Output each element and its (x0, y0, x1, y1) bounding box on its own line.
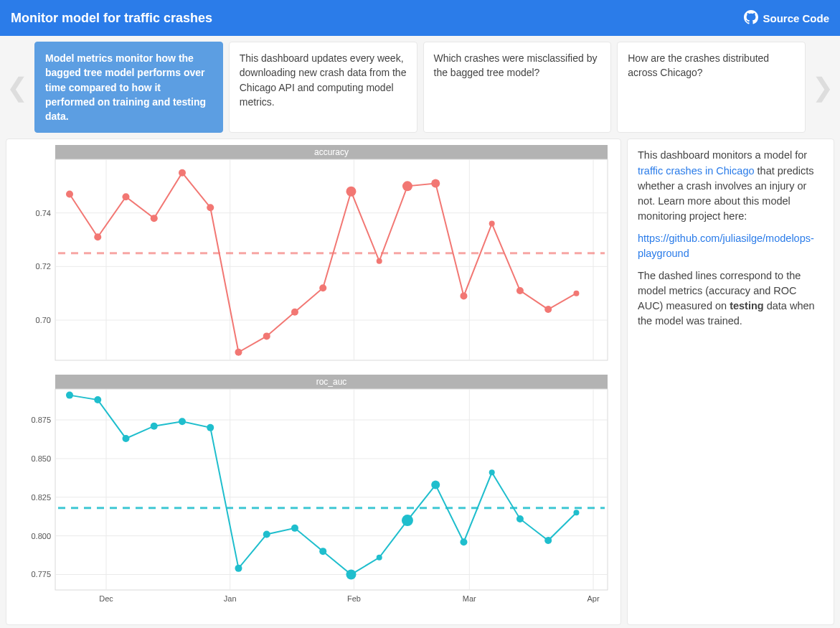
svg-text:Apr: Apr (587, 594, 599, 603)
tab-distribution[interactable]: How are the crashes distributed across C… (617, 42, 806, 133)
sidebar-p3: The dashed lines correspond to the model… (638, 268, 824, 329)
svg-point-32 (544, 306, 552, 314)
svg-point-33 (573, 291, 579, 296)
svg-text:0.775: 0.775 (31, 571, 51, 579)
svg-text:roc_auc: roc_auc (316, 377, 347, 387)
svg-text:0.875: 0.875 (31, 416, 51, 425)
tab-dashboard-updates[interactable]: This dashboard updates every week, downl… (229, 42, 417, 133)
svg-text:Feb: Feb (347, 594, 361, 603)
svg-point-53 (66, 392, 73, 399)
svg-text:0.74: 0.74 (36, 209, 51, 217)
svg-point-19 (179, 169, 186, 177)
github-icon (744, 10, 758, 27)
svg-text:0.70: 0.70 (36, 316, 51, 324)
svg-point-70 (544, 538, 552, 545)
side-panel: This dashboard monitors a model for traf… (627, 139, 834, 625)
svg-point-29 (460, 293, 467, 300)
svg-point-54 (94, 397, 101, 404)
main-container: ❮ Model metrics monitor how the bagged t… (0, 36, 840, 628)
svg-point-31 (516, 287, 524, 294)
svg-text:Mar: Mar (463, 594, 476, 603)
svg-point-67 (460, 539, 467, 546)
svg-point-63 (346, 570, 356, 580)
svg-point-59 (235, 565, 242, 572)
svg-rect-36 (55, 389, 608, 590)
svg-point-27 (402, 182, 412, 192)
svg-text:0.850: 0.850 (31, 454, 51, 463)
svg-point-18 (151, 215, 158, 222)
tabs: Model metrics monitor how the bagged tre… (34, 42, 806, 133)
svg-point-66 (431, 481, 440, 489)
svg-point-61 (291, 525, 298, 532)
svg-point-24 (319, 285, 326, 292)
svg-point-57 (179, 418, 186, 426)
svg-text:0.825: 0.825 (31, 493, 51, 502)
svg-text:0.800: 0.800 (31, 532, 51, 540)
svg-point-23 (291, 309, 298, 316)
next-arrow-icon[interactable]: ❯ (811, 42, 834, 133)
tab-misclassified[interactable]: Which crashes were misclassified by the … (423, 42, 612, 133)
tab-model-metrics[interactable]: Model metrics monitor how the bagged tre… (34, 42, 223, 133)
svg-point-55 (122, 435, 129, 442)
traffic-crashes-link[interactable]: traffic crashes in Chicago (638, 165, 755, 177)
page-title: Monitor model for traffic crashes (11, 11, 212, 26)
chart-panel: accuracy0.700.720.74roc_auc0.7750.8000.8… (6, 139, 621, 625)
svg-text:Dec: Dec (99, 594, 113, 603)
svg-text:0.72: 0.72 (36, 263, 51, 271)
svg-point-58 (207, 424, 214, 431)
svg-text:accuracy: accuracy (314, 147, 349, 157)
svg-point-65 (402, 515, 413, 527)
svg-point-62 (319, 548, 326, 556)
svg-point-64 (377, 555, 382, 561)
svg-point-71 (573, 510, 579, 516)
svg-point-17 (122, 194, 129, 201)
svg-point-30 (489, 221, 495, 227)
source-code-label: Source Code (763, 12, 829, 24)
metrics-chart: accuracy0.700.720.74roc_auc0.7750.8000.8… (12, 145, 615, 619)
content-row: accuracy0.700.720.74roc_auc0.7750.8000.8… (6, 139, 834, 625)
svg-point-28 (431, 179, 440, 188)
svg-point-22 (263, 333, 270, 340)
svg-point-68 (489, 470, 495, 476)
svg-point-21 (235, 349, 242, 356)
source-code-link[interactable]: Source Code (744, 10, 829, 27)
svg-point-56 (151, 423, 158, 430)
svg-text:Jan: Jan (224, 594, 237, 603)
svg-point-26 (377, 258, 382, 264)
sidebar-p1: This dashboard monitors a model for traf… (638, 148, 824, 223)
svg-point-60 (263, 531, 270, 538)
tabs-row: ❮ Model metrics monitor how the bagged t… (6, 42, 834, 133)
svg-point-20 (207, 205, 214, 212)
github-repo-link[interactable]: https://github.com/juliasilge/modelops-p… (638, 233, 814, 259)
sidebar-p2: https://github.com/juliasilge/modelops-p… (638, 231, 824, 261)
navbar: Monitor model for traffic crashes Source… (0, 0, 840, 36)
prev-arrow-icon[interactable]: ❮ (6, 42, 29, 133)
svg-point-25 (346, 187, 356, 197)
svg-point-69 (516, 515, 524, 522)
svg-point-16 (94, 234, 101, 241)
svg-point-15 (66, 191, 73, 198)
